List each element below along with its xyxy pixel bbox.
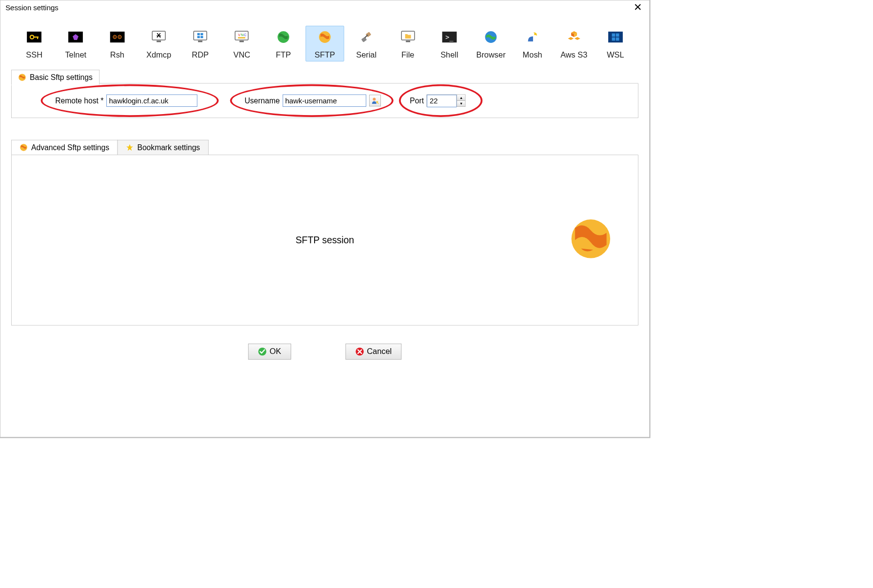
svg-rect-25 [406,40,410,42]
check-circle-icon [258,347,267,356]
protocol-label: Telnet [65,50,86,59]
svg-rect-18 [238,37,245,39]
cancel-label: Cancel [367,347,392,356]
protocol-aws-s3[interactable]: Aws S3 [555,26,593,61]
username-input[interactable] [283,95,366,107]
svg-marker-31 [568,37,574,40]
svg-rect-34 [616,34,619,37]
terminal-icon: >_ [441,29,457,45]
ok-label: OK [270,347,281,356]
protocol-label: Rsh [110,50,124,59]
protocol-mosh[interactable]: Mosh [513,26,552,61]
svg-rect-33 [612,34,615,37]
protocol-ftp[interactable]: FTP [264,26,302,61]
monitor-windows-icon [192,29,208,45]
svg-rect-2 [37,37,38,39]
protocol-serial[interactable]: Serial [347,26,386,61]
star-icon [126,143,134,151]
remote-host-label: Remote host * [55,96,103,105]
protocol-sftp[interactable]: SFTP [305,26,344,61]
protocol-browser[interactable]: Browser [472,26,510,61]
cancel-button[interactable]: Cancel [345,344,401,360]
advanced-sftp-tab[interactable]: Advanced Sftp settings [11,140,118,155]
globe-green-icon [276,29,292,45]
svg-rect-10 [200,33,203,35]
svg-text:X: X [157,32,161,39]
protocol-file[interactable]: File [389,26,427,61]
svg-rect-36 [616,38,619,41]
protocol-label: Serial [356,50,377,59]
monitor-folder-icon [400,29,416,45]
plug-icon [358,29,375,45]
svg-marker-3 [73,34,79,40]
monitor-x-icon: X [151,29,167,45]
window-title: Session settings [5,3,59,12]
port-input[interactable] [427,95,457,107]
basic-settings-tab[interactable]: Basic Sftp settings [11,70,99,85]
svg-rect-35 [612,38,615,41]
session-type-label: SFTP session [296,235,354,246]
advanced-tab-label: Advanced Sftp settings [31,143,109,152]
svg-rect-21 [361,37,367,42]
close-icon[interactable]: ✕ [632,2,644,13]
globe-orange-icon [18,73,26,81]
svg-rect-9 [198,33,200,35]
globe-orange-large-icon [569,217,613,263]
svg-rect-12 [200,36,203,38]
basic-settings-panel: Basic Sftp settings Remote host * Userna… [11,83,638,118]
protocol-label: Browser [476,50,505,59]
svg-rect-14 [239,40,244,42]
protocol-label: SSH [26,50,42,59]
protocol-vnc[interactable]: VNC VNC [222,26,261,61]
globe-orange-icon [20,143,27,151]
svg-point-38 [373,98,376,100]
svg-marker-42 [126,144,133,151]
cubes-icon [566,29,582,45]
protocol-wsl[interactable]: WSL [596,26,635,61]
protocol-label: VNC [233,50,250,59]
ok-button[interactable]: OK [248,344,291,360]
globe-orange-icon [317,29,333,45]
username-label: Username [244,96,279,105]
bookmark-tab-label: Bookmark settings [137,143,200,152]
protocol-label: Shell [440,50,458,59]
svg-line-40 [377,103,378,104]
protocol-label: RDP [192,50,209,59]
gem-icon [68,29,84,45]
protocol-bar: SSH Telnet ⚙⚙ Rsh X Xdmcp RDP VNC VNC FT… [0,15,650,65]
svg-rect-11 [198,36,200,38]
svg-point-39 [377,101,378,103]
svg-text:N: N [241,33,243,37]
protocol-rdp[interactable]: RDP [181,26,219,61]
protocol-label: FTP [276,50,291,59]
protocol-label: Aws S3 [560,50,587,59]
globe-blue-icon [483,29,499,45]
x-circle-icon [355,347,364,356]
protocol-xdmcp[interactable]: X Xdmcp [139,26,178,61]
svg-text:V: V [238,33,240,37]
advanced-settings-panel: Advanced Sftp settings Bookmark settings… [11,140,638,326]
person-key-icon [371,97,379,104]
svg-rect-5 [157,40,161,42]
protocol-rsh[interactable]: ⚙⚙ Rsh [98,26,137,61]
monitor-vnc-icon: VNC [234,29,250,45]
svg-rect-7 [194,31,207,40]
svg-marker-32 [575,37,580,40]
svg-point-0 [30,35,34,39]
svg-text:C: C [244,33,247,37]
remote-host-input[interactable] [106,95,197,107]
protocol-shell[interactable]: >_ Shell [430,26,469,61]
protocol-label: Xdmcp [146,50,171,59]
protocol-label: SFTP [315,50,335,59]
port-label: Port [410,96,424,105]
bookmark-settings-tab[interactable]: Bookmark settings [117,140,208,155]
protocol-telnet[interactable]: Telnet [57,26,95,61]
user-browse-button[interactable] [369,95,381,106]
port-spin-up[interactable]: ▲ [457,95,465,100]
basic-tab-label: Basic Sftp settings [30,73,93,82]
protocol-ssh[interactable]: SSH [15,26,54,61]
port-spin-down[interactable]: ▼ [457,101,465,107]
windows-icon [608,29,624,45]
protocol-label: WSL [607,50,624,59]
protocol-label: File [401,50,414,59]
